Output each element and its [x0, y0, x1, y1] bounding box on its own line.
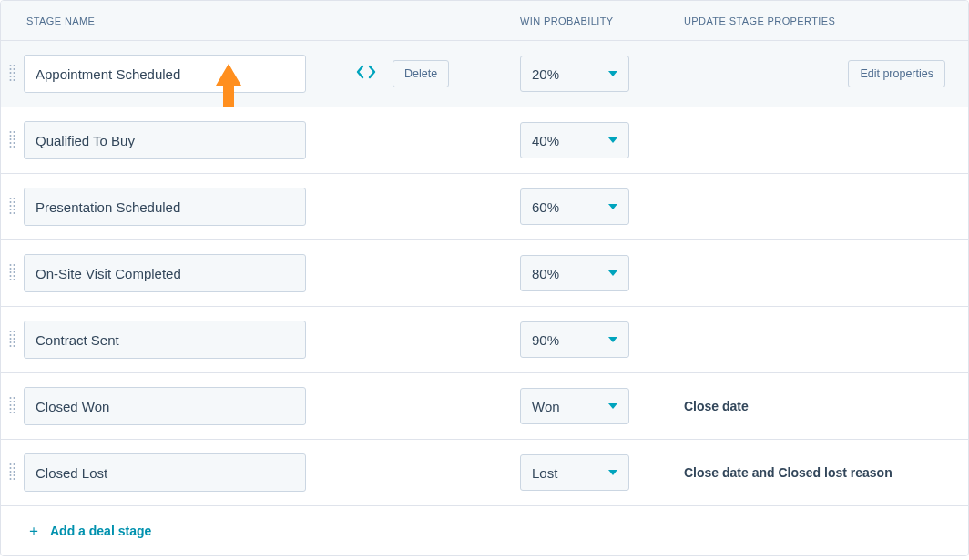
table-row: 90% [1, 307, 968, 373]
stage-name-input[interactable] [24, 121, 306, 159]
drag-handle-icon[interactable] [1, 130, 24, 150]
update-stage-text: Close date and Closed lost reason [684, 465, 892, 480]
svg-point-59 [10, 412, 12, 413]
svg-point-18 [14, 142, 15, 144]
probability-value: 20% [532, 66, 559, 82]
probability-value: Won [532, 399, 560, 414]
svg-point-66 [14, 471, 15, 473]
svg-point-8 [10, 79, 12, 81]
svg-point-21 [10, 198, 12, 199]
svg-point-41 [10, 331, 12, 332]
svg-point-2 [10, 68, 12, 70]
drag-handle-icon[interactable] [1, 330, 24, 350]
stage-name-input[interactable] [24, 453, 306, 492]
stage-name-input[interactable] [24, 55, 306, 93]
chevron-down-icon [608, 337, 617, 342]
svg-point-33 [10, 268, 12, 270]
table-header: Stage Name Win Probability Update Stage … [1, 1, 968, 41]
svg-point-30 [14, 212, 15, 214]
chevron-down-icon [608, 204, 617, 209]
svg-point-44 [14, 334, 15, 336]
svg-point-34 [14, 268, 15, 270]
chevron-down-icon [608, 270, 617, 276]
svg-point-68 [14, 474, 15, 476]
svg-point-65 [10, 471, 12, 473]
probability-select[interactable]: Won [520, 388, 629, 424]
stage-name-input[interactable] [24, 321, 306, 359]
svg-point-9 [14, 79, 15, 81]
svg-point-32 [14, 264, 15, 266]
drag-handle-icon[interactable] [1, 64, 24, 84]
svg-point-39 [10, 279, 12, 280]
svg-point-6 [10, 76, 12, 77]
svg-point-7 [14, 76, 15, 77]
deal-stages-table: Stage Name Win Probability Update Stage … [0, 0, 969, 556]
svg-point-49 [10, 345, 12, 347]
delete-button[interactable]: Delete [393, 60, 449, 87]
svg-point-62 [14, 463, 15, 465]
chevron-down-icon [608, 470, 617, 475]
svg-point-12 [14, 131, 15, 133]
svg-point-51 [10, 397, 12, 399]
stage-name-input[interactable] [24, 188, 306, 226]
svg-point-43 [10, 334, 12, 336]
probability-value: 80% [532, 266, 559, 281]
probability-select[interactable]: 20% [520, 56, 629, 92]
svg-point-17 [10, 142, 12, 144]
svg-point-11 [10, 131, 12, 133]
plus-icon: ＋ [26, 524, 41, 538]
svg-point-22 [14, 198, 15, 199]
svg-point-25 [10, 205, 12, 207]
svg-point-69 [10, 478, 12, 480]
probability-value: 40% [532, 133, 559, 148]
svg-point-48 [14, 341, 15, 343]
update-stage-text: Close date [684, 399, 749, 413]
drag-handle-icon[interactable] [1, 396, 24, 416]
svg-point-1 [14, 65, 15, 66]
svg-point-28 [14, 209, 15, 210]
svg-point-0 [10, 65, 12, 66]
stage-name-input[interactable] [24, 254, 306, 292]
svg-point-3 [14, 68, 15, 70]
stage-name-input[interactable] [24, 387, 306, 425]
probability-select[interactable]: 90% [520, 321, 629, 358]
svg-point-52 [14, 397, 15, 399]
drag-handle-icon[interactable] [1, 463, 24, 483]
table-row: 60% [1, 174, 968, 240]
svg-point-31 [10, 264, 12, 266]
svg-point-63 [10, 467, 12, 469]
probability-select[interactable]: 80% [520, 255, 629, 291]
drag-handle-icon[interactable] [1, 263, 24, 283]
svg-point-54 [14, 401, 15, 402]
svg-point-70 [14, 478, 15, 480]
svg-point-35 [10, 271, 12, 273]
svg-point-61 [10, 463, 12, 465]
table-row: Lost Close date and Closed lost reason [1, 440, 968, 506]
svg-point-15 [10, 138, 12, 140]
code-icon[interactable] [356, 65, 376, 83]
probability-select[interactable]: 60% [520, 188, 629, 225]
svg-point-64 [14, 467, 15, 469]
edit-properties-button[interactable]: Edit properties [848, 60, 945, 87]
svg-point-46 [14, 338, 15, 340]
probability-value: 90% [532, 332, 559, 348]
svg-point-67 [10, 474, 12, 476]
probability-value: 60% [532, 199, 559, 215]
svg-point-27 [10, 209, 12, 210]
svg-point-14 [14, 135, 15, 137]
svg-point-53 [10, 401, 12, 402]
probability-select[interactable]: Lost [520, 454, 629, 491]
svg-point-26 [14, 205, 15, 207]
svg-point-29 [10, 212, 12, 214]
drag-handle-icon[interactable] [1, 197, 24, 217]
add-deal-stage-button[interactable]: ＋ Add a deal stage [26, 524, 151, 538]
probability-select[interactable]: 40% [520, 122, 629, 158]
chevron-down-icon [608, 71, 617, 76]
svg-point-19 [10, 146, 12, 148]
chevron-down-icon [608, 137, 617, 143]
svg-point-36 [14, 271, 15, 273]
col-header-probability: Win Probability [520, 15, 684, 26]
svg-point-23 [10, 201, 12, 203]
svg-point-42 [14, 331, 15, 332]
svg-point-58 [14, 408, 15, 410]
